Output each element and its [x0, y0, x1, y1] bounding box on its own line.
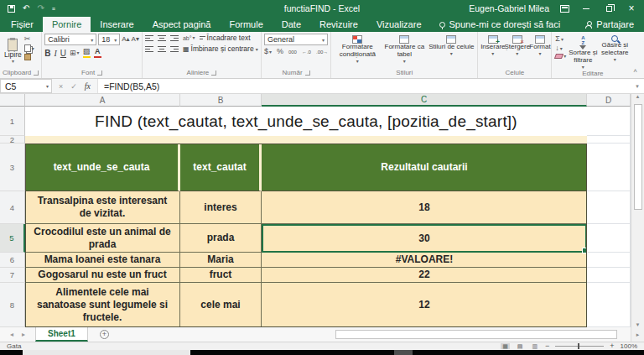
minimize-button[interactable]: [580, 3, 592, 14]
grid-cell[interactable]: [587, 191, 631, 224]
sheet-tab-sheet1[interactable]: Sheet1: [35, 327, 88, 342]
align-center-icon[interactable]: [158, 46, 166, 52]
grid-cell[interactable]: [587, 283, 631, 327]
cell-a6[interactable]: Mama Ioanei este tanara: [25, 253, 180, 268]
select-all-corner[interactable]: [0, 94, 25, 107]
font-size-combo[interactable]: 18▾: [98, 34, 120, 45]
row-header-5[interactable]: 5: [0, 224, 25, 253]
cell-a5[interactable]: Crocodilul este un animal de prada: [25, 224, 180, 253]
delete-cells-button[interactable]: Ștergere▾: [505, 34, 529, 69]
currency-icon[interactable]: $▾: [264, 48, 272, 55]
font-name-combo[interactable]: Calibri▾: [44, 34, 96, 45]
cell-a8[interactable]: Alimentele cele mai sanatoase sunt legum…: [25, 283, 180, 327]
cell-b4[interactable]: interes: [180, 191, 262, 224]
copy-icon[interactable]: ▾: [24, 44, 34, 52]
table-header-c[interactable]: Rezultatul cautarii: [262, 144, 587, 191]
cell-a7[interactable]: Gogosarul nu este un fruct: [25, 268, 180, 283]
zoom-slider-thumb[interactable]: [578, 343, 579, 349]
increase-decimal-icon[interactable]: ←.0: [302, 50, 311, 55]
cell-b5[interactable]: prada: [180, 224, 262, 253]
cell-c5-selected[interactable]: 30: [262, 224, 587, 253]
percent-icon[interactable]: %: [277, 48, 283, 55]
normal-view-icon[interactable]: ▦: [501, 343, 510, 349]
cell-c8[interactable]: 12: [262, 283, 587, 327]
insert-function-icon[interactable]: fx: [85, 81, 91, 91]
tab-home[interactable]: Pornire: [43, 17, 91, 32]
grow-font-icon[interactable]: A▴: [122, 36, 129, 43]
row-header-4[interactable]: 4: [0, 191, 25, 224]
cancel-entry-icon[interactable]: ×: [59, 82, 63, 91]
cell-b8[interactable]: cele mai: [180, 283, 262, 327]
orientation-icon[interactable]: ab°▾: [183, 35, 195, 41]
grid-cell[interactable]: [587, 136, 631, 144]
tab-page-layout[interactable]: Aspect pagină: [143, 17, 221, 32]
horizontal-scroll-thumb[interactable]: [335, 330, 617, 339]
scroll-up-icon[interactable]: ▲: [636, 94, 641, 99]
zoom-slider[interactable]: [555, 346, 604, 347]
table-header-b[interactable]: text_cautat: [180, 144, 262, 191]
table-header-a[interactable]: text_unde_se_cauta: [25, 144, 180, 191]
conditional-formatting-button[interactable]: Formatare condiționată▾: [334, 34, 381, 69]
next-sheet-icon[interactable]: ▸: [22, 331, 25, 338]
row-header-1[interactable]: 1: [0, 107, 25, 136]
insert-cells-button[interactable]: Inserare▾: [480, 34, 505, 69]
vertical-scroll-thumb[interactable]: [634, 104, 642, 210]
scroll-right-icon[interactable]: ▸: [631, 327, 644, 342]
font-color-icon[interactable]: A: [94, 48, 101, 58]
format-cells-button[interactable]: Format▾: [529, 34, 550, 69]
tab-data[interactable]: Date: [273, 17, 310, 32]
align-top-icon[interactable]: [145, 35, 153, 41]
borders-icon[interactable]: ⊞▾: [70, 50, 80, 57]
tell-me-box[interactable]: Spune-mi ce dorești să faci: [431, 17, 569, 32]
grid-cell[interactable]: [587, 144, 631, 191]
collapse-ribbon-icon[interactable]: ˄: [633, 67, 644, 78]
undo-icon[interactable]: ↶: [23, 4, 29, 13]
grid-cell[interactable]: [25, 136, 587, 144]
align-middle-icon[interactable]: [158, 35, 166, 41]
new-sheet-icon[interactable]: +: [100, 330, 109, 339]
grid-cell[interactable]: [587, 268, 631, 283]
redo-icon[interactable]: ↷: [37, 4, 44, 13]
format-painter-icon[interactable]: [24, 54, 34, 60]
row-header-2[interactable]: 2: [0, 136, 25, 144]
comma-style-icon[interactable]: 000: [288, 50, 297, 55]
underline-button[interactable]: U: [60, 49, 66, 58]
italic-button[interactable]: I: [54, 49, 56, 58]
fill-color-icon[interactable]: ▨: [83, 48, 91, 58]
zoom-in-icon[interactable]: +: [610, 342, 614, 350]
shrink-font-icon[interactable]: A▾: [132, 36, 139, 43]
clear-icon[interactable]: ▾: [555, 54, 566, 59]
restore-button[interactable]: [603, 3, 615, 14]
tab-review[interactable]: Revizuire: [310, 17, 367, 32]
paste-button[interactable]: Lipire ▾: [3, 34, 23, 69]
page-layout-view-icon[interactable]: ▤: [516, 343, 525, 349]
grid-cell[interactable]: [587, 107, 631, 136]
ribbon-display-options-icon[interactable]: [560, 5, 569, 13]
format-as-table-button[interactable]: Formatare ca tabel▾: [381, 34, 428, 69]
number-dialog-launcher[interactable]: [305, 70, 310, 76]
name-box[interactable]: C5▾: [0, 79, 52, 93]
cell-b7[interactable]: fruct: [180, 268, 262, 283]
clipboard-dialog-launcher[interactable]: [34, 70, 39, 76]
save-icon[interactable]: [8, 5, 15, 13]
find-select-button[interactable]: Găsire și selectare▾: [599, 34, 631, 70]
horizontal-scrollbar[interactable]: [335, 327, 631, 342]
prev-sheet-icon[interactable]: ◂: [10, 331, 13, 338]
cell-c4[interactable]: 18: [262, 191, 587, 224]
formula-input[interactable]: =FIND(B5,A5): [98, 79, 631, 93]
vertical-scrollbar[interactable]: ▲ ▼: [631, 94, 644, 327]
cell-c6[interactable]: #VALOARE!: [262, 253, 587, 268]
cell-a4[interactable]: Transalpina este interesant de vizitat.: [25, 191, 180, 224]
number-format-combo[interactable]: General▾: [264, 34, 328, 45]
close-button[interactable]: ×: [626, 3, 637, 14]
zoom-level[interactable]: 100%: [621, 342, 637, 350]
expand-formula-bar-icon[interactable]: ▾: [631, 79, 644, 93]
wrap-text-button[interactable]: Încadrare text: [200, 34, 251, 42]
align-left-icon[interactable]: [145, 46, 153, 52]
sort-filter-button[interactable]: AZ Sortare și filtrare▾: [567, 34, 599, 70]
align-bottom-icon[interactable]: [170, 35, 179, 41]
bold-button[interactable]: B: [44, 49, 50, 58]
row-header-8[interactable]: 8: [0, 283, 25, 327]
zoom-out-icon[interactable]: −: [545, 342, 549, 350]
tab-view[interactable]: Vizualizare: [367, 17, 431, 32]
